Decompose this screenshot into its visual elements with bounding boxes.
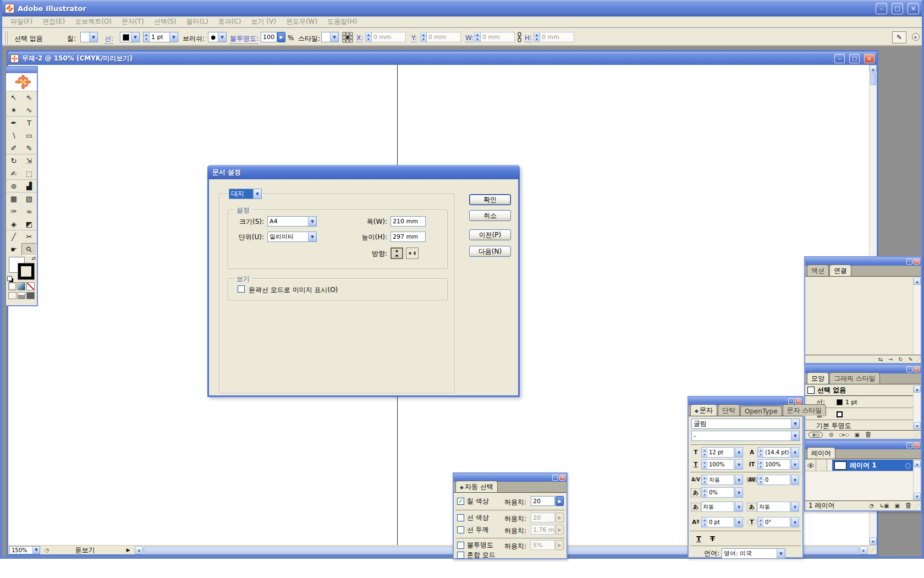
chevron-down-icon[interactable]: ▼ — [735, 447, 743, 458]
baseline-shift-stepper[interactable]: ▲▼ — [701, 517, 707, 527]
menu-object[interactable]: 오브젝트(O) — [70, 17, 117, 26]
chevron-down-icon[interactable]: ▼ — [308, 232, 316, 241]
kerning-control[interactable]: A/V ▲▼ 자동 ▼ — [691, 475, 743, 485]
chevron-down-icon[interactable]: ▼ — [32, 547, 40, 554]
new-layer-icon[interactable]: ▣ — [895, 503, 900, 509]
edit-original-icon[interactable]: ✎ — [909, 356, 913, 362]
h-input[interactable]: ▲▼ 0 mm — [534, 32, 574, 42]
leading-control[interactable]: A ▲▼ (14.4 pt) ▼ — [747, 447, 799, 458]
tsume-stepper[interactable]: ▲▼ — [701, 487, 707, 498]
hand-tool[interactable]: ☛ — [6, 243, 21, 256]
x-input[interactable]: ▲▼ 0 mm — [365, 32, 406, 42]
tab-magic-wand[interactable]: ◆자동 선택 — [455, 481, 498, 492]
palette-close-button[interactable]: × — [914, 366, 920, 372]
style-dropdown[interactable]: ▼ — [321, 32, 339, 42]
stroke-swatch[interactable] — [18, 263, 34, 279]
zoom-tool[interactable]: ⚲ — [21, 243, 37, 256]
menu-type[interactable]: 문자(T) — [117, 17, 149, 26]
font-size-value[interactable]: 12 pt — [708, 447, 734, 458]
clear-appearance-icon[interactable]: ⊘ — [829, 432, 833, 438]
palette-resize-grip[interactable]: ⋰ — [914, 432, 919, 438]
free-transform-tool[interactable]: ⬚ — [21, 167, 37, 180]
eyedropper-tool[interactable]: ✑ — [6, 205, 21, 218]
tracking-control[interactable]: AV ▲▼ 0 ▼ — [747, 475, 799, 485]
fullscreen-menu-mode-button[interactable] — [18, 292, 26, 299]
links-list[interactable] — [805, 277, 921, 355]
pen-tool[interactable]: ✒ — [6, 117, 21, 129]
fullscreen-mode-button[interactable] — [26, 292, 35, 299]
go-to-link-icon[interactable]: → — [888, 356, 893, 362]
direct-selection-tool[interactable]: ⇖ — [21, 91, 37, 104]
tab-actions[interactable]: 액션 — [807, 265, 829, 276]
leading-stepper[interactable]: ▲▼ — [757, 447, 763, 458]
tab-graphic-styles[interactable]: 그래픽 스타일 — [829, 372, 880, 384]
tsume-value[interactable]: 0% — [708, 487, 734, 498]
scroll-left-button[interactable]: ◀ — [135, 546, 143, 554]
blending-mode-checkbox[interactable] — [457, 552, 464, 559]
menu-edit[interactable]: 편집(E) — [37, 17, 70, 26]
slice-tool[interactable]: ╱ — [6, 230, 21, 243]
swap-fill-stroke-icon[interactable]: ⇄ — [31, 256, 36, 261]
stroke-label[interactable]: 선: — [105, 34, 113, 44]
y-input[interactable]: ▲▼ 0 mm — [420, 32, 461, 42]
aki-right-value[interactable]: 자동 — [757, 502, 790, 512]
menu-view[interactable]: 보기 (V) — [246, 17, 281, 26]
portrait-orientation-button[interactable] — [391, 247, 403, 259]
w-stepper[interactable]: ▲▼ — [475, 32, 481, 42]
reduce-appearance-icon[interactable]: ○▸○ — [839, 432, 849, 437]
brush-dropdown[interactable]: ● ▼ — [208, 32, 227, 42]
default-fill-stroke-icon[interactable] — [7, 276, 12, 281]
update-link-icon[interactable]: ↻ — [898, 356, 903, 362]
doc-minimize-button[interactable]: – — [834, 54, 845, 63]
layer-selected-area[interactable]: 레이어 1 ○ — [832, 460, 913, 471]
type-tool[interactable]: T — [21, 117, 37, 129]
strikethrough-button[interactable]: T — [710, 535, 715, 543]
rotate-tool[interactable]: ↻ — [6, 155, 21, 167]
h-stepper[interactable]: ▲▼ — [534, 32, 540, 42]
chevron-down-icon[interactable]: ▼ — [218, 32, 226, 42]
scale-tool[interactable]: ⇲ — [21, 155, 37, 167]
palette-minimize-button[interactable]: – — [906, 366, 912, 372]
new-sublayer-icon[interactable]: ↳▣ — [879, 503, 889, 509]
chevron-down-icon[interactable]: ▼ — [735, 502, 743, 512]
warp-tool[interactable]: ✍ — [6, 167, 21, 180]
lasso-tool[interactable]: ∿ — [21, 104, 37, 117]
font-style-dropdown[interactable]: - ▼ — [691, 431, 800, 441]
chevron-down-icon[interactable]: ▼ — [791, 419, 799, 428]
tab-opentype[interactable]: OpenType — [740, 406, 782, 416]
next-button[interactable]: 다음(N) — [469, 246, 511, 257]
menu-effect[interactable]: 효과(C) — [213, 17, 246, 26]
palette-close-button[interactable]: × — [914, 258, 920, 265]
menu-help[interactable]: 도움말(H) — [322, 17, 362, 26]
layer-target-icon[interactable]: ○ — [905, 461, 911, 469]
control-bar-menu-button[interactable]: ▸ — [912, 33, 920, 41]
chevron-down-icon[interactable]: ▼ — [735, 459, 743, 470]
opacity-input[interactable]: 100 — [261, 32, 277, 42]
leading-value[interactable]: (14.4 pt) — [764, 447, 790, 458]
w-input[interactable]: ▲▼ 0 mm — [474, 32, 515, 42]
chevron-down-icon[interactable]: ▼ — [791, 475, 799, 485]
menu-file[interactable]: 파일(F) — [6, 17, 37, 26]
baseline-shift-value[interactable]: 0 pt — [708, 517, 734, 527]
chevron-down-icon[interactable]: ▼ — [735, 517, 743, 527]
doc-restore-button[interactable]: □ — [849, 54, 860, 63]
dialog-section-dropdown[interactable]: 대지 ▼ — [229, 189, 262, 199]
chevron-down-icon[interactable]: ▼ — [330, 32, 338, 42]
vertical-scale-value[interactable]: 100% — [708, 459, 734, 470]
palette-minimize-button[interactable]: – — [552, 475, 558, 481]
stroke-weight-checkbox[interactable] — [457, 526, 464, 533]
make-clipping-mask-icon[interactable]: ◔ — [869, 503, 874, 509]
fill-color-checkbox[interactable]: ✓ — [457, 498, 464, 505]
aki-right-control[interactable]: あ 자동 ▼ — [747, 502, 799, 512]
reference-point-icon[interactable] — [342, 32, 353, 45]
blend-tool[interactable]: ∞ — [21, 205, 37, 218]
horizontal-scale-stepper[interactable]: ▲▼ — [757, 459, 763, 470]
tab-appearance[interactable]: 모양 — [807, 372, 829, 384]
live-paint-selection-tool[interactable]: ◩ — [21, 218, 37, 230]
palette-expander-icon[interactable]: ◆ — [695, 408, 698, 414]
character-rotation-control[interactable]: T ▲▼ 0° ▼ — [747, 517, 799, 527]
gradient-tool[interactable]: ▧ — [21, 192, 37, 205]
doc-close-button[interactable]: × — [864, 54, 875, 63]
chevron-down-icon[interactable]: ▼ — [791, 431, 799, 441]
height-input[interactable]: 297 mm — [391, 232, 426, 242]
